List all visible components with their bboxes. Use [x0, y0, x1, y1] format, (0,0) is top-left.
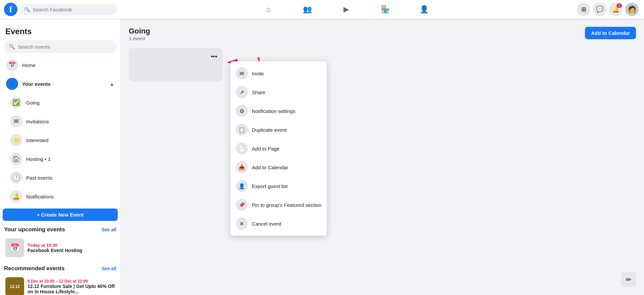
- sidebar-item-home[interactable]: 📅 Home: [3, 56, 118, 74]
- watch-nav-btn[interactable]: ▶: [327, 1, 365, 17]
- dropdown-add-to-page[interactable]: 📄 Add to Page: [230, 139, 327, 158]
- upcoming-see-all[interactable]: See all: [102, 227, 116, 232]
- recommended-event-item[interactable]: 12.12 6 Dec at 10:00 – 12 Dec at 22:00 1…: [4, 275, 116, 295]
- dropdown-share[interactable]: ↗ Share: [230, 83, 327, 102]
- upcoming-title: Your upcoming events: [4, 226, 65, 233]
- recommended-see-all[interactable]: See all: [102, 266, 116, 271]
- add-to-page-label: Add to Page: [252, 146, 280, 152]
- messenger-icon: 💬: [596, 6, 603, 13]
- invite-label: Invite: [252, 71, 264, 76]
- event-card-placeholder: [129, 48, 223, 81]
- avatar[interactable]: 🧑: [625, 3, 639, 16]
- sidebar-title: Events: [3, 24, 118, 40]
- dropdown-notification-settings[interactable]: ⚙ Notification settings: [230, 102, 327, 120]
- recommended-section: Recommended events See all 12.12 6 Dec a…: [3, 262, 118, 295]
- main-header: Going 1 event Add to Calendar: [129, 27, 636, 41]
- facebook-logo[interactable]: f: [4, 3, 17, 16]
- sidebar: Events 🔍 📅 Home 👤 Your events ▲ ✅ Going …: [0, 19, 121, 295]
- ellipsis-icon: •••: [211, 53, 217, 60]
- add-to-calendar-icon: 📥: [236, 161, 248, 173]
- add-to-calendar-button[interactable]: Add to Calendar: [585, 27, 636, 39]
- your-events-icon: 👤: [6, 78, 18, 90]
- notifications-icon: 🔔: [10, 190, 22, 202]
- share-label: Share: [252, 90, 265, 95]
- dropdown-cancel-event[interactable]: ✕ Cancel event: [230, 214, 327, 233]
- event-card-container: ••• ✉ Invite ↗ Share ⚙ Notification sett…: [129, 48, 223, 81]
- notifications-label: Notifications: [26, 194, 54, 199]
- invitations-label: Invitations: [26, 119, 49, 124]
- more-options-button[interactable]: •••: [208, 51, 220, 63]
- cancel-event-icon: ✕: [236, 218, 248, 230]
- add-to-calendar-dropdown-label: Add to Calendar: [252, 165, 288, 170]
- avatar-image: 🧑: [628, 5, 636, 13]
- export-guest-label: Export guest list: [252, 183, 288, 189]
- search-events-input[interactable]: [18, 44, 112, 50]
- dropdown-duplicate-event[interactable]: 📋 Duplicate event: [230, 120, 327, 139]
- recommended-event-date: 6 Dec at 10:00 – 12 Dec at 22:00: [28, 279, 115, 284]
- add-to-page-icon: 📄: [236, 142, 248, 155]
- search-bar: 🔍: [20, 4, 117, 15]
- sidebar-item-invitations[interactable]: ✉ Invitations: [3, 112, 118, 131]
- upcoming-event-item[interactable]: 📅 Today at 19:00 Facebook Event Hosting: [4, 236, 116, 260]
- search-events-bar: 🔍: [4, 40, 116, 53]
- chevron-up-icon: ▲: [109, 81, 114, 87]
- create-event-label: + Create New Event: [37, 212, 84, 218]
- hosting-label: Hosting • 1: [26, 156, 51, 162]
- edit-icon: ✏: [626, 276, 632, 284]
- invite-icon: ✉: [236, 67, 248, 79]
- home-icon: 📅: [6, 59, 18, 71]
- recommended-header: Recommended events See all: [4, 265, 116, 272]
- sidebar-item-hosting[interactable]: 🏠 Hosting • 1: [3, 150, 118, 168]
- upcoming-header: Your upcoming events See all: [4, 226, 116, 233]
- messenger-button[interactable]: 💬: [593, 3, 606, 16]
- home-nav-btn[interactable]: ⌂: [250, 1, 287, 17]
- sidebar-item-past-events[interactable]: 🕐 Past events: [3, 168, 118, 187]
- notifications-button[interactable]: 🔔 1: [609, 3, 623, 16]
- recommended-event-name: 12.12 Furniture Sale | Get Upto 40% Off …: [28, 284, 115, 294]
- going-title: Going: [129, 27, 150, 36]
- dropdown-export-guest-list[interactable]: 👤 Export guest list: [230, 177, 327, 195]
- dropdown-menu: ✉ Invite ↗ Share ⚙ Notification settings…: [230, 61, 327, 236]
- sidebar-item-interested[interactable]: ⭐ Interested: [3, 131, 118, 150]
- sidebar-item-going[interactable]: ✅ Going: [3, 93, 118, 112]
- apps-icon: ⊞: [581, 6, 586, 13]
- dropdown-pin-featured[interactable]: 📌 Pin to group's Featured section: [230, 195, 327, 214]
- main-content: Going 1 event Add to Calendar ••• ✉ Invi…: [121, 19, 644, 295]
- your-events-left: 👤 Your events: [6, 78, 51, 90]
- profile-nav-btn[interactable]: 👤: [405, 1, 443, 17]
- search-input[interactable]: [33, 7, 113, 12]
- upcoming-event-info: Today at 19:00 Facebook Event Hosting: [28, 243, 82, 253]
- your-events-label: Your events: [22, 81, 51, 87]
- interested-icon: ⭐: [10, 134, 22, 146]
- sidebar-item-notifications[interactable]: 🔔 Notifications: [3, 187, 118, 206]
- upcoming-event-time: Today at 19:00: [28, 243, 82, 248]
- marketplace-nav-btn[interactable]: 🏪: [366, 1, 404, 17]
- dropdown-invite[interactable]: ✉ Invite: [230, 64, 327, 83]
- search-events-icon: 🔍: [9, 44, 15, 50]
- recommended-event-thumb: 12.12: [5, 277, 24, 295]
- top-navigation: f 🔍 ⌂ 👥 ▶ 🏪 👤 ⊞ 💬 🔔 1 🧑: [0, 0, 644, 19]
- past-events-label: Past events: [26, 175, 52, 181]
- main-layout: Events 🔍 📅 Home 👤 Your events ▲ ✅ Going …: [0, 19, 644, 295]
- notification-settings-icon: ⚙: [236, 105, 248, 117]
- your-events-section[interactable]: 👤 Your events ▲: [3, 74, 118, 93]
- event-count: 1 event: [129, 36, 150, 41]
- search-icon: 🔍: [24, 7, 30, 12]
- friends-nav-btn[interactable]: 👥: [288, 1, 326, 17]
- invitations-icon: ✉: [10, 115, 22, 127]
- dropdown-add-to-calendar[interactable]: 📥 Add to Calendar: [230, 158, 327, 177]
- duplicate-event-label: Duplicate event: [252, 127, 286, 133]
- upcoming-section: Your upcoming events See all 📅 Today at …: [3, 224, 118, 262]
- recommended-event-info: 6 Dec at 10:00 – 12 Dec at 22:00 12.12 F…: [28, 279, 115, 294]
- home-label: Home: [22, 62, 36, 68]
- past-events-icon: 🕐: [10, 172, 22, 184]
- recommended-title: Recommended events: [4, 265, 64, 272]
- cancel-event-label: Cancel event: [252, 221, 281, 227]
- edit-icon-button[interactable]: ✏: [621, 272, 636, 287]
- apps-button[interactable]: ⊞: [577, 3, 590, 16]
- upcoming-event-thumb: 📅: [5, 238, 24, 257]
- create-event-button[interactable]: + Create New Event: [3, 209, 118, 221]
- nav-right: ⊞ 💬 🔔 1 🧑: [572, 3, 644, 16]
- export-guest-icon: 👤: [236, 180, 248, 192]
- pin-featured-icon: 📌: [236, 199, 248, 211]
